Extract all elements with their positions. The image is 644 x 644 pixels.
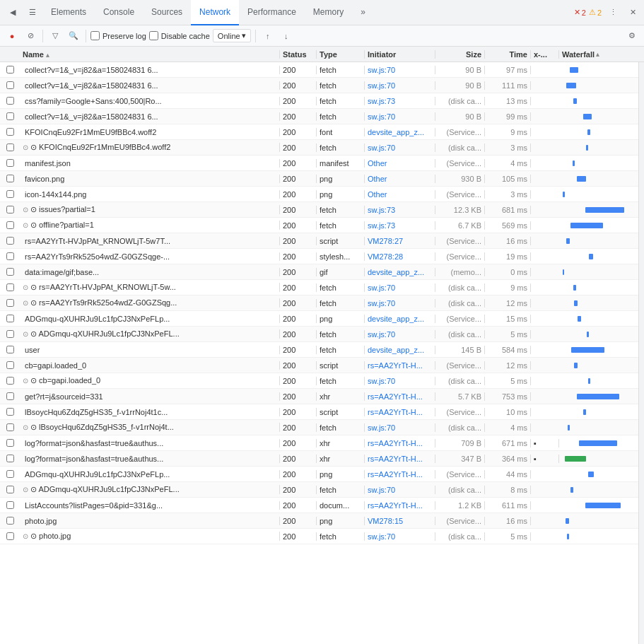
row-initiator-link-29[interactable]: VM278:15 (368, 517, 403, 525)
row-initiator-20[interactable]: sw.js:70 (365, 377, 435, 385)
row-checkbox-27[interactable] (0, 486, 20, 493)
row-initiator-link-8[interactable]: Other (368, 190, 387, 199)
download-button[interactable]: ↓ (279, 28, 294, 44)
row-checkbox-15[interactable] (0, 299, 20, 307)
disable-cache-checkbox[interactable] (149, 31, 158, 40)
header-name[interactable]: Name ▴ (20, 50, 280, 59)
row-checkbox-5[interactable] (0, 144, 20, 151)
row-checkbox-7[interactable] (0, 175, 20, 182)
row-check-input-25[interactable] (6, 455, 14, 462)
row-initiator-21[interactable]: rs=AA2YrTt-H... (365, 392, 435, 401)
row-initiator-25[interactable]: rs=AA2YrTt-H... (365, 455, 435, 463)
row-initiator-link-17[interactable]: sw.js:70 (368, 330, 395, 339)
row-checkbox-8[interactable] (0, 190, 20, 198)
row-checkbox-22[interactable] (0, 408, 20, 416)
filter-button[interactable]: ▽ (47, 28, 63, 44)
tab-memory[interactable]: Memory (305, 0, 352, 25)
row-checkbox-16[interactable] (0, 315, 20, 322)
table-row[interactable]: data:image/gif;base... 200 gif devsite_a… (0, 264, 644, 280)
row-check-input-17[interactable] (6, 330, 14, 338)
row-check-input-26[interactable] (6, 470, 14, 478)
more-options-button[interactable]: ⋮ (604, 4, 621, 21)
row-checkbox-1[interactable] (0, 81, 20, 89)
row-checkbox-0[interactable] (0, 66, 20, 74)
row-initiator-link-28[interactable]: rs=AA2YrTt-H... (368, 501, 423, 510)
row-checkbox-19[interactable] (0, 361, 20, 369)
row-check-input-6[interactable] (6, 159, 14, 167)
row-check-input-30[interactable] (6, 532, 14, 540)
row-check-input-5[interactable] (6, 144, 14, 151)
row-initiator-link-27[interactable]: sw.js:70 (368, 486, 395, 494)
row-check-input-29[interactable] (6, 517, 14, 525)
row-checkbox-4[interactable] (0, 128, 20, 136)
row-initiator-0[interactable]: sw.js:70 (365, 66, 435, 74)
preserve-log-checkbox[interactable] (90, 31, 100, 40)
row-initiator-link-4[interactable]: devsite_app_z... (368, 128, 424, 136)
row-check-input-3[interactable] (6, 112, 14, 120)
row-initiator-link-25[interactable]: rs=AA2YrTt-H... (368, 455, 423, 463)
row-initiator-link-7[interactable]: Other (368, 175, 387, 183)
row-initiator-4[interactable]: devsite_app_z... (365, 128, 435, 136)
table-row[interactable]: manifest.json 200 manifest Other (Servic… (0, 156, 644, 171)
row-initiator-link-12[interactable]: VM278:28 (368, 252, 403, 261)
row-checkbox-18[interactable] (0, 346, 20, 353)
preserve-log-label[interactable]: Preserve log (90, 31, 146, 40)
row-initiator-link-16[interactable]: devsite_app_z... (368, 315, 424, 323)
row-initiator-5[interactable]: sw.js:70 (365, 144, 435, 152)
row-check-input-7[interactable] (6, 175, 14, 182)
header-size[interactable]: Size (435, 50, 485, 59)
row-check-input-24[interactable] (6, 439, 14, 447)
row-check-input-9[interactable] (6, 206, 14, 213)
row-initiator-link-3[interactable]: sw.js:70 (368, 112, 395, 121)
row-checkbox-28[interactable] (0, 501, 20, 509)
row-check-input-1[interactable] (6, 81, 14, 89)
row-initiator-27[interactable]: sw.js:70 (365, 486, 435, 494)
table-row[interactable]: log?format=json&hasfast=true&authus... 2… (0, 435, 644, 451)
row-checkbox-10[interactable] (0, 221, 20, 229)
row-initiator-18[interactable]: devsite_app_z... (365, 346, 435, 354)
table-row[interactable]: photo.jpg 200 png VM278:15 (Service... 1… (0, 513, 644, 529)
row-checkbox-3[interactable] (0, 112, 20, 120)
record-button[interactable]: ● (4, 28, 20, 44)
row-initiator-link-26[interactable]: rs=AA2YrTt-H... (368, 470, 423, 479)
upload-button[interactable]: ↑ (260, 28, 276, 44)
row-initiator-17[interactable]: sw.js:70 (365, 330, 435, 339)
table-row[interactable]: icon-144x144.png 200 png Other (Service.… (0, 187, 644, 202)
row-initiator-link-0[interactable]: sw.js:70 (368, 66, 395, 74)
table-row[interactable]: cb=gapi.loaded_0 200 script rs=AA2YrTt-H… (0, 358, 644, 373)
row-checkbox-25[interactable] (0, 455, 20, 462)
row-initiator-link-15[interactable]: sw.js:70 (368, 299, 395, 308)
row-initiator-link-6[interactable]: Other (368, 159, 387, 168)
row-initiator-link-19[interactable]: rs=AA2YrTt-H... (368, 361, 423, 370)
row-checkbox-6[interactable] (0, 159, 20, 167)
row-initiator-13[interactable]: devsite_app_z... (365, 268, 435, 276)
table-row[interactable]: KFOICnqEu92Fr1MmEU9fBBc4.woff2 200 font … (0, 124, 644, 140)
row-initiator-link-9[interactable]: sw.js:73 (368, 206, 395, 214)
row-check-input-20[interactable] (6, 377, 14, 385)
table-row[interactable]: ⊙ ⊙ KFOICnqEu92Fr1MmEU9fBBc4.woff2 200 f… (0, 140, 644, 156)
row-checkbox-11[interactable] (0, 237, 20, 245)
row-initiator-link-2[interactable]: sw.js:73 (368, 97, 395, 105)
header-time[interactable]: Time (485, 50, 531, 59)
table-row[interactable]: ⊙ ⊙ cb=gapi.loaded_0 200 fetch sw.js:70 … (0, 373, 644, 389)
row-initiator-link-20[interactable]: sw.js:70 (368, 377, 395, 385)
row-initiator-14[interactable]: sw.js:70 (365, 283, 435, 292)
tab-performance[interactable]: Performance (239, 0, 305, 25)
table-row[interactable]: collect?v=1&_v=j82&a=158024831 6... 200 … (0, 62, 644, 78)
table-row[interactable]: ListAccounts?listPages=0&pid=331&g... 20… (0, 498, 644, 513)
tab-network[interactable]: Network (191, 0, 239, 25)
row-check-input-28[interactable] (6, 501, 14, 509)
table-row[interactable]: ⊙ ⊙ issues?partial=1 200 fetch sw.js:73 … (0, 202, 644, 218)
row-check-input-10[interactable] (6, 221, 14, 229)
row-check-input-12[interactable] (6, 252, 14, 260)
table-row[interactable]: ⊙ ⊙ ADGmqu-qXUHRJu9Lc1fpCJ3NxPeFL... 200… (0, 327, 644, 342)
settings-button[interactable]: ⚙ (624, 28, 640, 44)
tab-sources[interactable]: Sources (143, 0, 191, 25)
table-row[interactable]: ADGmqu-qXUHRJu9Lc1fpCJ3NxPeFLp... 200 pn… (0, 311, 644, 327)
row-initiator-26[interactable]: rs=AA2YrTt-H... (365, 470, 435, 479)
row-initiator-link-5[interactable]: sw.js:70 (368, 144, 395, 152)
tab-elements[interactable]: Elements (42, 0, 95, 25)
row-initiator-22[interactable]: rs=AA2YrTt-H... (365, 408, 435, 416)
row-initiator-link-18[interactable]: devsite_app_z... (368, 346, 424, 354)
row-checkbox-20[interactable] (0, 377, 20, 385)
